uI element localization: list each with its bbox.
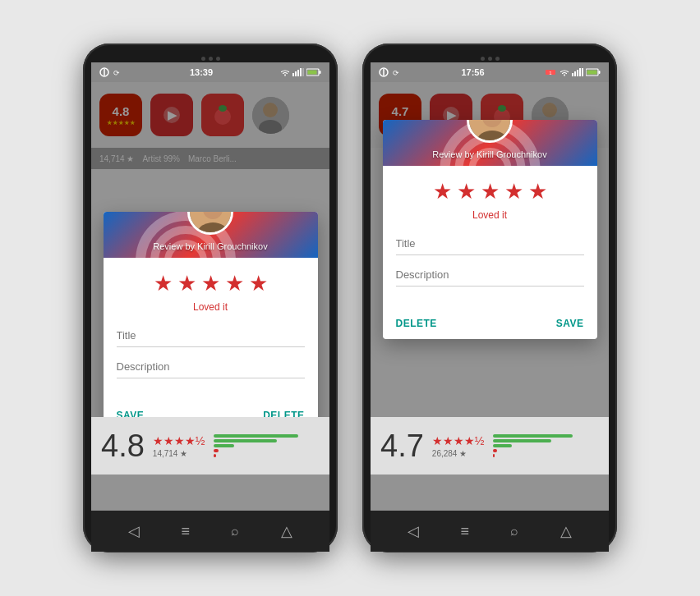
loved-it-right: Loved it [396, 209, 584, 221]
svg-rect-34 [579, 68, 581, 76]
home-icon-right[interactable]: △ [560, 522, 572, 540]
svg-rect-35 [582, 68, 583, 76]
svg-rect-10 [307, 71, 316, 75]
svg-rect-37 [598, 71, 600, 74]
description-input-left[interactable] [117, 355, 305, 378]
title-input-left[interactable] [117, 324, 305, 347]
svg-rect-9 [319, 71, 320, 74]
review-dialog-left: Review by Kirill Grouchnikov ★ ★ ★ ★ ★ [104, 212, 318, 431]
battery-icon-right [586, 68, 601, 76]
star-1-left[interactable]: ★ [154, 271, 173, 296]
dialog-body-left: ★ ★ ★ ★ ★ Loved it [104, 258, 318, 400]
star-4-left[interactable]: ★ [225, 271, 244, 296]
time-left: 13:39 [190, 67, 213, 77]
rating-footer-left: 4.8 ★★★★½ 14,714 ★ [91, 417, 329, 475]
home-icon-left[interactable]: △ [281, 522, 292, 540]
svg-point-48 [472, 151, 508, 166]
back-icon-right[interactable]: ◁ [408, 522, 419, 540]
back-icon-left[interactable]: ◁ [128, 522, 140, 540]
phone-left: ⟳ 13:39 [83, 44, 338, 552]
delete-button-right[interactable]: DELETE [396, 314, 437, 332]
header-decoration-left [104, 212, 268, 258]
rating-count-right: 26,284 ★ [432, 449, 485, 458]
time-right: 17:56 [461, 67, 484, 77]
svg-rect-38 [587, 71, 596, 75]
notification-icon-right: 1 [544, 68, 557, 76]
star-5-left[interactable]: ★ [249, 271, 268, 296]
signal-icon-right [572, 68, 583, 76]
screen-right: 4.7 ★★★★★ ▶ [371, 82, 609, 511]
rating-details-right: ★★★★½ 26,284 ★ [432, 434, 485, 458]
status-right-left [280, 68, 321, 76]
rating-count-left: 14,714 ★ [153, 449, 205, 458]
app-container: ⟳ 13:39 [67, 27, 633, 569]
status-bar-right: ⟳ 17:56 1 [371, 62, 609, 82]
status-right-right: 1 [544, 68, 601, 76]
svg-text:⟳: ⟳ [393, 69, 399, 77]
review-dialog-right: Review by Kirill Grouchnikov ★ ★ ★ ★ ★ [383, 120, 597, 339]
screen-left: 4.8 ★★★★★ ▶ [91, 82, 329, 511]
wifi-icon-right [560, 68, 569, 76]
nav-bar-left: ◁ ≡ ⌕ △ [91, 511, 329, 552]
dialog-header-left: Review by Kirill Grouchnikov [104, 212, 318, 258]
dialog-header-right: Review by Kirill Grouchnikov [383, 120, 597, 166]
star-2-right[interactable]: ★ [457, 179, 476, 204]
description-input-right[interactable] [396, 264, 584, 287]
star-5-right[interactable]: ★ [528, 179, 547, 204]
star-2-left[interactable]: ★ [177, 271, 196, 296]
phone-right: ⟳ 17:56 1 [362, 44, 617, 552]
rating-bars-right [493, 434, 599, 457]
svg-rect-5 [297, 70, 299, 76]
svg-text:⟳: ⟳ [113, 69, 120, 77]
menu-icon-right[interactable]: ≡ [461, 523, 470, 540]
loved-it-left: Loved it [117, 301, 305, 313]
nav-bar-right: ◁ ≡ ⌕ △ [371, 511, 609, 552]
rating-footer-right: 4.7 ★★★★½ 26,284 ★ [371, 417, 609, 475]
menu-icon-left[interactable]: ≡ [182, 523, 191, 540]
star-3-right[interactable]: ★ [481, 179, 500, 204]
svg-rect-4 [295, 71, 297, 76]
rating-num-left: 4.8 [101, 429, 145, 464]
sync-icon: ⟳ [113, 67, 122, 77]
svg-point-20 [168, 243, 204, 258]
search-icon-right[interactable]: ⌕ [510, 524, 518, 539]
wifi-icon-left [280, 68, 290, 76]
dialog-body-right: ★ ★ ★ ★ ★ Loved it [383, 166, 597, 308]
usb-icon [99, 67, 109, 77]
svg-rect-33 [577, 70, 578, 76]
star-1-right[interactable]: ★ [433, 179, 452, 204]
star-3-left[interactable]: ★ [201, 271, 220, 296]
svg-rect-7 [302, 68, 304, 76]
title-input-right[interactable] [396, 232, 584, 255]
dialog-actions-right: DELETE SAVE [383, 308, 597, 339]
rating-num-right: 4.7 [380, 429, 424, 464]
status-icons-right: ⟳ [379, 67, 402, 77]
svg-rect-31 [572, 73, 573, 76]
star-4-right[interactable]: ★ [504, 179, 523, 204]
save-button-right[interactable]: SAVE [556, 314, 584, 332]
svg-rect-3 [292, 73, 294, 76]
rating-stars-left: ★★★★½ [153, 434, 205, 447]
rating-stars-right: ★★★★½ [432, 434, 485, 447]
search-icon-left[interactable]: ⌕ [231, 524, 239, 539]
rating-bars-left [214, 434, 320, 457]
status-icons-left: ⟳ [99, 67, 122, 77]
svg-rect-6 [300, 68, 302, 76]
android-icon-right: ⟳ [392, 67, 402, 77]
signal-icon-left [292, 68, 304, 76]
battery-icon-left [306, 68, 321, 76]
stars-row-right[interactable]: ★ ★ ★ ★ ★ [396, 179, 584, 204]
rating-details-left: ★★★★½ 14,714 ★ [153, 434, 205, 458]
status-bar-left: ⟳ 13:39 [91, 62, 329, 82]
stars-row-left[interactable]: ★ ★ ★ ★ ★ [117, 271, 305, 296]
svg-rect-32 [574, 71, 576, 76]
usb-icon-right [379, 67, 389, 77]
